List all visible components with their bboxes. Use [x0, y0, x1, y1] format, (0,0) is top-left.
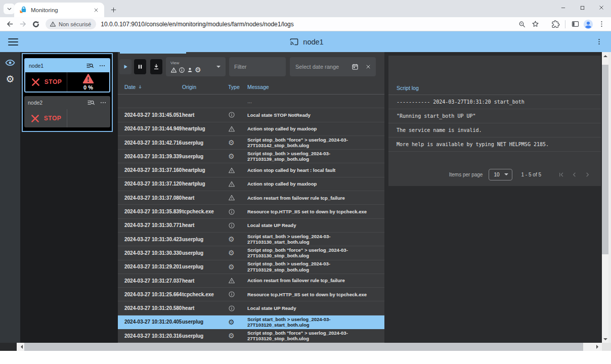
script-icon: ⚙ — [227, 236, 247, 243]
cell-message: Script start_both > userlog_2024-03-27T1… — [247, 316, 384, 328]
manage-search-icon[interactable] — [87, 99, 95, 107]
table-row[interactable]: 2024-03-27 10:31:25.664 tcpcheck.exe Res… — [118, 288, 384, 301]
cell-message: Action restart from failover rule tcp_fa… — [247, 195, 384, 201]
first-page-button[interactable] — [554, 168, 568, 181]
column-header-message[interactable]: Message — [247, 84, 384, 90]
scroll-up-icon[interactable] — [602, 52, 608, 60]
browser-menu-icon[interactable] — [595, 18, 608, 30]
table-row[interactable]: 2024-03-27 10:31:30.330 userplug ⚙ Scrip… — [118, 246, 384, 260]
profile-avatar[interactable] — [582, 18, 595, 30]
cell-date: 2024-03-27 10:31:20.405 — [118, 319, 182, 325]
window-maximize-button[interactable] — [573, 0, 592, 15]
back-icon[interactable] — [3, 18, 16, 30]
table-row[interactable]: 2024-03-27 10:31:29.201 userplug ⚙ Scrip… — [118, 260, 384, 274]
table-row[interactable]: 2024-03-27 10:31:37.160 heartplug Action… — [118, 163, 384, 177]
table-row[interactable]: 2024-03-27 10:31:20.405 userplug ⚙ Scrip… — [118, 315, 384, 329]
column-header-origin[interactable]: Origin — [182, 84, 227, 90]
new-tab-button[interactable] — [108, 5, 118, 15]
extensions-icon[interactable] — [549, 18, 562, 30]
tab-close-icon[interactable] — [92, 6, 100, 14]
clear-date-icon[interactable] — [365, 64, 371, 70]
play-button[interactable] — [119, 59, 132, 74]
settings-gear-icon[interactable]: ⚙ — [4, 73, 16, 85]
security-chip[interactable]: Non sécurisé — [46, 19, 96, 29]
cell-message: Script stop_both "force" > userlog_2024-… — [247, 330, 384, 342]
scroll-right-icon[interactable] — [594, 343, 602, 351]
pause-button[interactable] — [134, 59, 146, 74]
cell-origin: heartplug — [182, 167, 227, 173]
scroll-down-icon[interactable] — [602, 335, 608, 343]
date-range-field[interactable] — [290, 57, 376, 76]
table-row[interactable]: 2024-03-27 10:31:30.423 userplug ⚙ Scrip… — [118, 233, 384, 246]
tab-search-button[interactable] — [4, 4, 15, 14]
view-info-icon — [179, 67, 185, 73]
forward-icon[interactable] — [16, 18, 29, 30]
window-minimize-button[interactable] — [553, 0, 573, 15]
more-options-icon[interactable] — [100, 99, 107, 106]
table-row[interactable]: 2024-03-27 10:31:37.080 heart Action res… — [118, 191, 384, 205]
url-text[interactable]: 10.0.0.107:9010/console/en/monitoring/mo… — [101, 21, 294, 28]
app-menu-icon[interactable] — [595, 37, 604, 47]
horizontal-scrollbar-thumb[interactable] — [24, 343, 583, 351]
browser-tabstrip: Monitoring — [0, 0, 611, 17]
manage-search-icon[interactable] — [86, 62, 94, 70]
table-row[interactable]: ... — [118, 95, 384, 108]
table-row[interactable]: 2024-03-27 10:31:45.051 heart Local stat… — [118, 108, 384, 122]
node-state-label: STOP — [44, 115, 61, 122]
scrollbar-corner — [602, 343, 611, 351]
side-panel-icon[interactable] — [569, 18, 582, 30]
calendar-icon[interactable] — [352, 63, 359, 70]
more-options-icon[interactable] — [99, 62, 106, 69]
zoom-icon[interactable] — [515, 18, 529, 30]
table-row[interactable]: 2024-03-27 10:31:44.949 heartplug Action… — [118, 122, 384, 136]
browser-navbar: Non sécurisé 10.0.0.107:9010/console/en/… — [0, 17, 611, 31]
table-row[interactable]: 2024-03-27 10:31:20.316 userplug ⚙ Scrip… — [118, 329, 384, 343]
cell-origin: heartplug — [182, 126, 227, 131]
table-row[interactable]: 2024-03-27 10:31:30.771 heart Local stat… — [118, 219, 384, 233]
info-icon — [227, 291, 247, 298]
logs-toolbar: View ⚙ — [119, 57, 381, 77]
node-state: STOP — [24, 109, 67, 127]
vertical-scrollbar[interactable] — [602, 52, 608, 343]
stop-x-icon — [30, 113, 40, 124]
page-size-select[interactable]: 10 — [489, 169, 512, 180]
view-select[interactable]: View ⚙ — [166, 57, 226, 76]
table-row[interactable]: 2024-03-27 10:31:42.716 userplug ⚙ Scrip… — [118, 136, 384, 150]
table-row[interactable]: 2024-03-27 10:31:20.580 heart Local stat… — [118, 301, 384, 315]
horizontal-scrollbar[interactable] — [17, 343, 602, 351]
table-row[interactable]: 2024-03-27 10:31:37.120 heartplug Action… — [118, 177, 384, 191]
cell-date: 2024-03-27 10:31:20.580 — [118, 305, 182, 311]
table-row[interactable]: 2024-03-27 10:31:35.839 tcpcheck.exe Res… — [118, 205, 384, 218]
browser-tab[interactable]: Monitoring — [14, 3, 104, 17]
alert-triangle-icon — [82, 73, 94, 84]
monitoring-eye-icon[interactable] — [4, 57, 16, 69]
scroll-left-icon[interactable] — [17, 343, 24, 351]
vertical-scrollbar-thumb[interactable] — [602, 65, 608, 254]
cell-origin: userplug — [182, 140, 227, 146]
node-card-node2[interactable]: node2 STOP — [24, 96, 110, 127]
menu-hamburger-icon[interactable] — [8, 38, 18, 46]
filter-input[interactable] — [229, 57, 286, 76]
script-log-lines: ----------- 2024-03-27T10:31:20 start_bo… — [388, 95, 601, 152]
column-header-type[interactable]: Type — [227, 84, 247, 90]
cell-message: Action stop called by maxloop — [247, 126, 384, 131]
script-icon: ⚙ — [227, 139, 247, 146]
cell-date: 2024-03-27 10:31:20.316 — [118, 333, 182, 339]
download-button[interactable] — [150, 59, 162, 74]
window-close-button[interactable] — [592, 0, 611, 15]
table-row[interactable]: 2024-03-27 10:31:27.037 heart Action res… — [118, 274, 384, 288]
script-icon: ⚙ — [227, 249, 247, 256]
table-row[interactable]: 2024-03-27 10:31:39.339 userplug ⚙ Scrip… — [118, 150, 384, 163]
next-page-button[interactable] — [581, 168, 594, 181]
date-range-input[interactable] — [294, 63, 348, 70]
node-card-node1[interactable]: node1 STOP 0 % — [24, 58, 110, 93]
bookmark-star-icon[interactable] — [529, 18, 542, 30]
previous-page-button[interactable] — [568, 168, 581, 181]
reload-icon[interactable] — [29, 18, 42, 30]
window-edge — [608, 52, 611, 343]
bottom-strip — [0, 351, 611, 364]
column-header-date[interactable]: Date — [118, 84, 182, 90]
cell-origin: tcpcheck.exe — [182, 292, 227, 297]
cell-origin: heart — [182, 112, 227, 118]
address-bar[interactable]: Non sécurisé 10.0.0.107:9010/console/en/… — [46, 18, 542, 30]
